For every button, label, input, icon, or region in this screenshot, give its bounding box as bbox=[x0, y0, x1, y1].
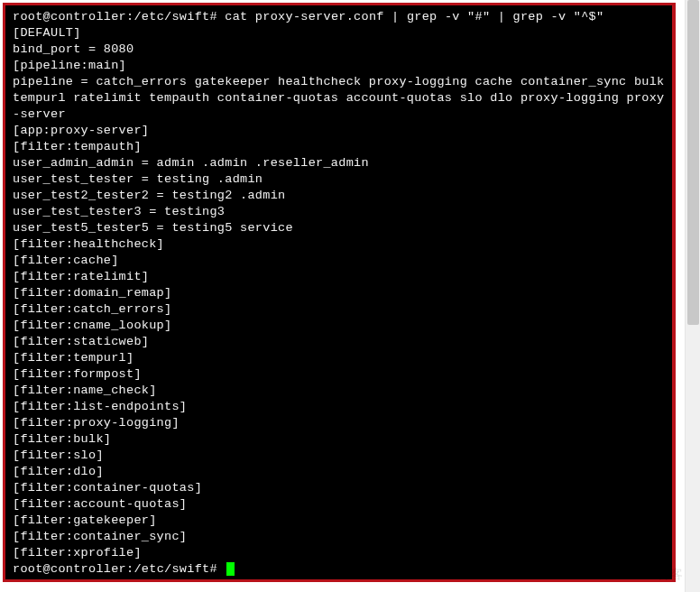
cursor-icon bbox=[226, 562, 235, 576]
window-frame: root@controller:/etc/swift# cat proxy-se… bbox=[3, 3, 676, 582]
prompt2-cwd: /etc/swift bbox=[134, 562, 209, 576]
screenshot-stage: root@controller:/etc/swift# cat proxy-se… bbox=[0, 0, 700, 592]
prompt2-symbol: # bbox=[209, 562, 216, 576]
prompt-cwd: /etc/swift bbox=[134, 10, 209, 23]
terminal-output: root@controller:/etc/swift# cat proxy-se… bbox=[13, 10, 672, 576]
prompt-user-host: root@controller bbox=[13, 10, 126, 23]
command-text: cat proxy-server.conf | grep -v "#" | gr… bbox=[225, 10, 603, 23]
prompt2-user-host: root@controller bbox=[13, 562, 126, 576]
scrollbar-track[interactable] bbox=[685, 0, 700, 592]
scrollbar-thumb[interactable] bbox=[687, 0, 699, 325]
terminal[interactable]: root@controller:/etc/swift# cat proxy-se… bbox=[5, 5, 672, 579]
output-body: [DEFAULT] bind_port = 8080 [pipeline:mai… bbox=[13, 26, 672, 560]
prompt-symbol: # bbox=[209, 10, 216, 23]
